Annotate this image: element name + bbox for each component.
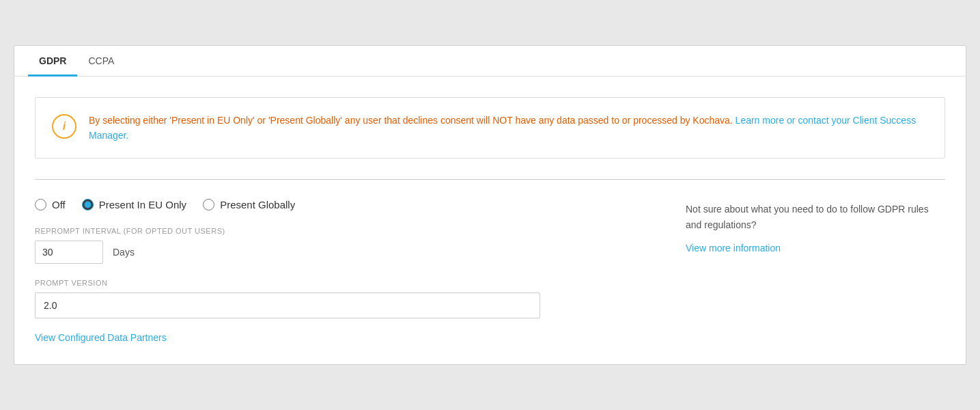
main-container: GDPR CCPA i By selecting either 'Present… <box>14 45 966 366</box>
radio-globally-label: Present Globally <box>220 199 295 210</box>
view-more-information-link[interactable]: View more information <box>686 243 781 254</box>
radio-off[interactable] <box>35 199 46 210</box>
reprompt-input[interactable] <box>35 241 103 264</box>
reprompt-row: Days <box>35 241 658 264</box>
view-configured-data-partners-link[interactable]: View Configured Data Partners <box>35 332 167 343</box>
radio-off-label: Off <box>52 199 66 210</box>
info-icon: i <box>52 114 76 139</box>
radio-group: Off Present In EU Only Present Globally <box>35 199 658 210</box>
reprompt-label: REPROMPT INTERVAL (FOR OPTED OUT USERS) <box>35 227 658 235</box>
info-message: By selecting either 'Present in EU Only'… <box>89 113 928 144</box>
left-column: Off Present In EU Only Present Globally … <box>35 199 658 344</box>
radio-option-globally[interactable]: Present Globally <box>203 199 295 210</box>
reprompt-suffix: Days <box>113 247 135 258</box>
radio-globally[interactable] <box>203 199 214 210</box>
radio-option-off[interactable]: Off <box>35 199 66 210</box>
tab-gdpr[interactable]: GDPR <box>28 46 77 77</box>
reprompt-field: REPROMPT INTERVAL (FOR OPTED OUT USERS) … <box>35 227 658 264</box>
radio-eu[interactable] <box>82 199 94 210</box>
right-description: Not sure about what you need to do to fo… <box>686 202 945 232</box>
main-layout: Off Present In EU Only Present Globally … <box>35 199 945 344</box>
radio-option-eu[interactable]: Present In EU Only <box>82 199 186 210</box>
prompt-version-label: PROMPT VERSION <box>35 279 658 287</box>
info-message-text: By selecting either 'Present in EU Only'… <box>89 115 733 126</box>
divider <box>35 179 945 180</box>
tab-content: i By selecting either 'Present in EU Onl… <box>14 77 966 365</box>
tab-ccpa[interactable]: CCPA <box>77 46 125 77</box>
info-box: i By selecting either 'Present in EU Onl… <box>35 97 945 159</box>
tab-bar: GDPR CCPA <box>14 46 966 77</box>
radio-eu-label: Present In EU Only <box>99 199 186 210</box>
prompt-version-input[interactable] <box>35 292 540 318</box>
right-column: Not sure about what you need to do to fo… <box>686 199 945 344</box>
prompt-version-field: PROMPT VERSION <box>35 279 658 318</box>
